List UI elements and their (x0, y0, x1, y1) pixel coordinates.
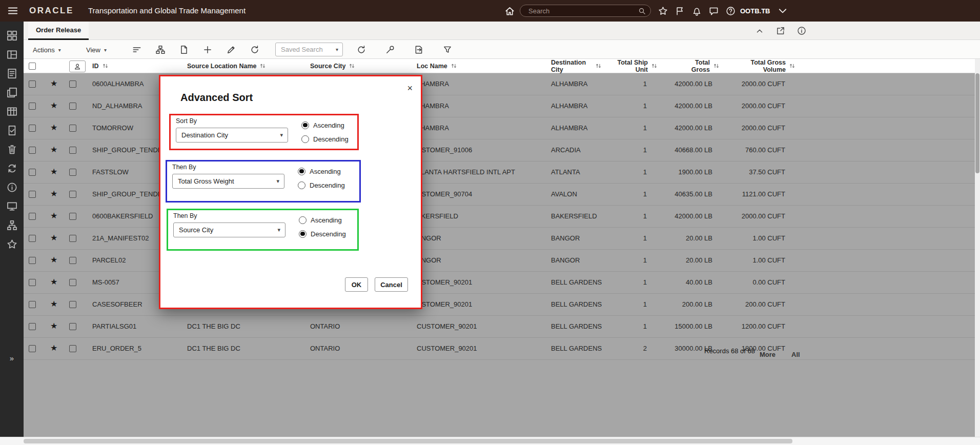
panels-icon[interactable] (7, 49, 17, 60)
sort-direction-group: Ascending Descending (301, 120, 349, 144)
sort-lines-icon[interactable] (130, 43, 144, 56)
search-icon[interactable] (638, 7, 646, 15)
pencil-icon[interactable] (224, 43, 238, 56)
column-header-id[interactable]: ID (92, 59, 109, 73)
chat-icon[interactable] (707, 5, 720, 17)
funnel-icon[interactable] (441, 43, 454, 56)
doc-check-icon[interactable] (7, 125, 17, 136)
sync-icon[interactable] (7, 163, 17, 174)
refresh-icon[interactable] (355, 43, 368, 56)
radio-circle[interactable] (298, 168, 305, 175)
column-header-loc-name[interactable]: Loc Name (417, 59, 457, 73)
info-icon[interactable] (795, 25, 808, 37)
sort-field-dropdown[interactable]: Total Gross Weight ▾ (172, 174, 284, 189)
sidebar: » (0, 22, 24, 437)
descending-radio[interactable]: Descending (298, 180, 345, 190)
hamburger-menu-icon[interactable] (6, 4, 19, 17)
sort-field-value: Destination City (181, 131, 228, 139)
chevron-down-icon: ▾ (336, 47, 338, 52)
topbar-icon-strip (657, 5, 737, 17)
descending-label: Descending (313, 135, 349, 143)
ok-button[interactable]: OK (345, 277, 368, 292)
radio-circle[interactable] (298, 181, 305, 189)
form-icon[interactable] (7, 68, 17, 79)
actions-button[interactable]: Actions ▾ (33, 44, 61, 56)
sort-updown-icon[interactable] (102, 63, 109, 69)
column-header-source-city[interactable]: Source City (310, 59, 355, 73)
advanced-sort-dialog: × Advanced Sort Sort By Destination City… (159, 75, 422, 309)
column-header-total-ship-unit[interactable]: Total Ship Unit (608, 59, 658, 73)
sidebar-icon-list (0, 22, 24, 250)
chevron-down-icon: ▾ (58, 47, 61, 53)
saved-search-dropdown[interactable]: Saved Search ▾ (275, 43, 343, 56)
flag-icon[interactable] (673, 5, 686, 17)
descending-radio[interactable]: Descending (301, 134, 349, 144)
sort-field-value: Source City (179, 226, 213, 234)
ascending-radio[interactable]: Ascending (299, 215, 346, 225)
monitor-icon[interactable] (7, 201, 17, 212)
table-grid-icon[interactable] (7, 106, 17, 117)
global-search[interactable] (520, 5, 651, 17)
star-icon[interactable] (657, 5, 669, 17)
view-button[interactable]: View ▾ (86, 44, 107, 56)
sidebar-expand-chevrons[interactable]: » (0, 354, 24, 362)
vertical-scrollbar[interactable] (975, 59, 980, 437)
column-header-total-gross-volume[interactable]: Total Gross Volume (735, 59, 795, 73)
column-header-source-location-name[interactable]: Source Location Name (187, 59, 266, 73)
chevron-down-icon[interactable] (775, 5, 790, 16)
vertical-scrollbar-thumb[interactable] (975, 73, 979, 173)
sort-field-dropdown[interactable]: Source City ▾ (173, 222, 285, 237)
descending-label: Descending (311, 230, 346, 238)
person-icon (74, 63, 81, 70)
view-label: View (86, 46, 100, 54)
sort-updown-icon[interactable] (259, 63, 266, 69)
sort-updown-icon[interactable] (595, 63, 602, 69)
column-header-destination-city[interactable]: Destination City (551, 59, 602, 73)
refresh-icon[interactable] (248, 43, 261, 56)
sort-field-value: Total Gross Weight (178, 177, 234, 185)
copy-icon[interactable] (7, 87, 17, 98)
sort-updown-icon[interactable] (651, 63, 658, 69)
home-icon[interactable] (503, 5, 516, 17)
new-doc-icon[interactable] (177, 43, 191, 56)
cancel-button[interactable]: Cancel (375, 277, 408, 292)
horizontal-scrollbar-thumb[interactable] (24, 439, 792, 443)
descending-radio[interactable]: Descending (299, 229, 346, 239)
user-menu-label[interactable]: OOTB.TB (740, 7, 770, 15)
plus-icon[interactable] (201, 43, 214, 56)
actions-label: Actions (33, 46, 55, 54)
topbar: ORACLE Transportation and Global Trade M… (0, 0, 980, 22)
sort-updown-icon[interactable] (789, 63, 795, 69)
radio-circle[interactable] (299, 230, 307, 238)
tab-order-release[interactable]: Order Release (28, 22, 89, 40)
contact-column-button[interactable] (69, 60, 86, 72)
search-input[interactable] (527, 7, 638, 15)
open-window-icon[interactable] (774, 25, 787, 37)
sort-updown-icon[interactable] (451, 63, 457, 69)
sort-updown-icon[interactable] (713, 63, 720, 69)
radio-circle[interactable] (301, 135, 309, 143)
collapse-icon[interactable] (753, 25, 766, 37)
table-header: ID Source Location Name Source City Loc … (24, 59, 975, 73)
radio-circle[interactable] (299, 216, 307, 224)
wrench-icon[interactable] (383, 43, 397, 56)
grid-icon[interactable] (7, 30, 17, 41)
bell-icon[interactable] (690, 5, 703, 17)
info-icon[interactable] (7, 182, 17, 193)
horizontal-scrollbar[interactable] (0, 437, 980, 445)
hierarchy-icon[interactable] (154, 43, 167, 56)
sort-field-dropdown[interactable]: Destination City ▾ (176, 128, 288, 143)
network-icon[interactable] (7, 220, 17, 231)
trash-icon[interactable] (7, 144, 17, 155)
ascending-radio[interactable]: Ascending (298, 166, 345, 176)
star-icon[interactable] (7, 239, 17, 250)
select-all-checkbox[interactable] (29, 63, 36, 70)
sort-section-label: Then By (172, 164, 196, 171)
radio-circle[interactable] (301, 122, 309, 129)
ascending-radio[interactable]: Ascending (301, 120, 349, 130)
export-icon[interactable] (412, 43, 425, 56)
close-icon[interactable]: × (407, 84, 413, 93)
help-icon[interactable] (724, 5, 737, 17)
sort-updown-icon[interactable] (349, 63, 355, 69)
column-header-total-gross[interactable]: Total Gross (675, 59, 720, 73)
